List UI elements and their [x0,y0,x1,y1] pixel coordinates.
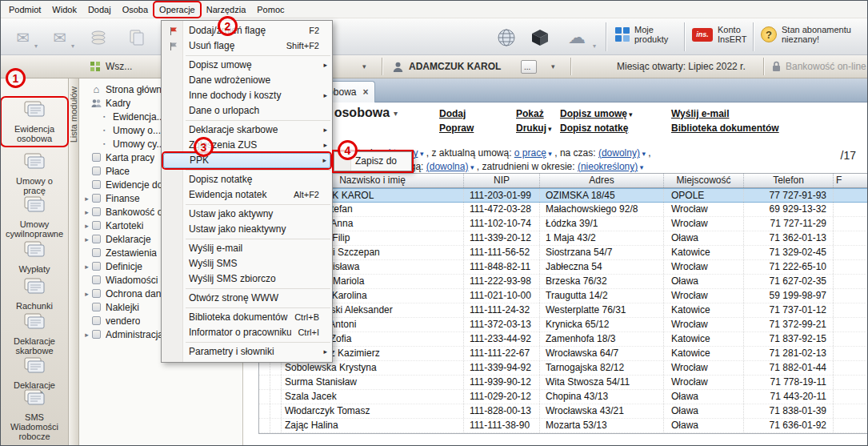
table-row[interactable]: Ostrowski Antoni111-372-03-13Krynicka 65… [259,318,868,332]
table-row[interactable]: Lewandowski Aleksander111-111-24-32Weste… [259,303,868,318]
column-header-telefon[interactable]: Telefon [744,174,834,187]
my-products-button[interactable]: Mojeprodukty [615,25,668,44]
person-more-button[interactable]: ... [521,55,537,78]
menubar-item-dodaj[interactable]: Dodaj [83,2,116,17]
menubar-item-narzędzia[interactable]: Narzędzia [202,2,251,17]
scope-selector[interactable]: Wsz... [90,55,132,78]
table-row[interactable]: Szala Jacek111-029-20-12Chopina 43/13Oła… [259,390,868,404]
filter-nieokreślony[interactable]: (nieokreślony) ▾ [578,161,643,172]
globe-icon[interactable] [490,22,522,52]
table-row[interactable]: Gajda Stanisława111-848-82-11Jabłeczna 5… [259,260,868,275]
table-row[interactable]: Pawliczak Zofia111-233-44-92Zamenhofa 18… [259,332,868,347]
action-biblioteka-dokumentów[interactable]: Biblioteka dokumentów [671,123,779,134]
table-row[interactable]: Domagalski Szczepan111-111-56-52Siostrza… [259,246,868,260]
menu-item-ppk[interactable]: PPK▸ [163,153,330,168]
module-ewidencja-osobowa[interactable]: Ewidencja osobowa [4,100,65,143]
menu-item-biblioteka-dokumentów[interactable]: Biblioteka dokumentówCtrl+B [163,310,330,325]
column-header-miejscowość[interactable]: Miejscowość [664,174,744,187]
menubar-item-pomoc[interactable]: Pomoc [252,2,289,17]
email-icon[interactable]: ✉▾ [44,22,76,52]
cell-f [834,189,868,202]
documents-icon[interactable] [121,22,153,52]
action-pokaż[interactable]: Pokaż [516,108,552,119]
send-message-icon[interactable]: ✉▾ [7,22,39,52]
online-banking-button[interactable]: Bankowość on-line [772,55,866,78]
menu-item-dopisz-umowę[interactable]: Dopisz umowę▸ [163,58,330,73]
menu-item-inne-dochody-i-koszty[interactable]: Inne dochody i koszty▸ [163,88,330,103]
module-sms-wiadomości-robocze[interactable]: SMS Wiadomości robocze [4,388,65,441]
menubar-item-podmiot[interactable]: Podmiot [4,2,46,17]
cloud-sync-icon[interactable]: ☁▾ [556,22,598,52]
table-row[interactable]: Cichowiec Anna111-102-10-74Łódzka 39/1Wr… [259,217,868,231]
doc-icon [91,262,102,271]
menu-item-dane-o-urlopach[interactable]: Dane o urlopach [163,103,330,119]
menu-item-usuń-flagę[interactable]: Usuń flagęShift+F2 [163,38,330,54]
insert-account-button[interactable]: ins. KontoInsERT [692,25,746,44]
menu-item-informator-o-pracowniku[interactable]: Informator o pracownikuCtrl+I [163,325,330,340]
annotation-step-3: 3 [194,137,214,157]
table-row[interactable]: Kowalczyk Mariola111-222-93-98Brzeska 76… [259,275,868,289]
table-row[interactable]: ADAMCZUK KAROL111-203-01-99OZIMSKA 18/45… [259,188,868,203]
table-row[interactable]: Dąbrowski Filip111-339-20-121 Maja 43/2O… [259,231,868,246]
column-header-f[interactable]: F [834,174,868,187]
menu-item-ewidencja-notatek[interactable]: Ewidencja notatekAlt+F2 [163,187,330,203]
menu-item-deklaracje-skarbowe[interactable]: Deklaracje skarbowe▸ [163,123,330,138]
subscription-label-line1: Stan abonamentu [782,25,851,34]
module-umowy-o-pracę[interactable]: Umowy o pracę [4,152,65,195]
person-dropdown[interactable]: ▾ [551,55,555,78]
person-selector[interactable]: ADAMCZUK KAROL [393,55,501,78]
module-rachunki[interactable]: Rachunki [4,277,65,311]
menu-item-label: Ustaw jako aktywny [189,207,319,222]
lock-icon [772,61,781,72]
table-row[interactable]: Sienkiewicz Kazimierz111-111-22-67Wrocła… [259,347,868,361]
menubar-item-operacje[interactable]: Operacje [154,2,200,17]
menu-item-ustaw-jako-aktywny[interactable]: Ustaw jako aktywny [163,207,330,222]
menubar-item-widok[interactable]: Widok [47,2,82,17]
cell-f [834,217,868,231]
table-row[interactable]: Sobolewska Krystyna111-339-94-92Tarnogaj… [259,361,868,376]
table-row[interactable]: Surma Stanisław111-939-90-12Wita Stwosza… [259,376,868,390]
filter-o-pracę[interactable]: o pracę ▾ [514,147,552,159]
cell-adres: Tarnogajska 82/12 [540,361,664,375]
cell-adres: Brzeska 76/32 [540,275,664,288]
tree-item-label: Strona główna [106,84,167,95]
module-umowy-cywilnoprawne[interactable]: Umowy cywilnoprawne [4,195,65,239]
table-row[interactable]: Zając Halina111-111-38-90Mozarta 53/13Oł… [259,419,868,433]
cell-nip: 111-472-03-28 [464,203,540,216]
module-wypłaty[interactable]: Wypłaty [4,240,65,274]
menu-item-dopisz-notatkę[interactable]: Dopisz notatkę [163,172,330,187]
menu-item-wyślij-sms-zbiorczo[interactable]: Wyślij SMS zbiorczo [163,271,330,287]
table-body: ADAMCZUK KAROL111-203-01-99OZIMSKA 18/45… [259,188,868,433]
close-icon[interactable]: × [363,86,369,98]
table-row[interactable]: Włodarczyk Tomasz111-828-00-13Wrocławska… [259,404,868,419]
action-dopisz-notatkę[interactable]: Dopisz notatkę [560,123,633,134]
filter-dowolny[interactable]: (dowolny) ▾ [598,147,646,159]
menu-item-wyślij-sms[interactable]: Wyślij SMS [163,256,330,271]
menu-item-parametry-i-słowniki[interactable]: Parametry i słowniki▸ [163,344,330,360]
column-header-adres[interactable]: Adres [540,174,664,187]
action-drukuj[interactable]: Drukuj▾ [516,123,552,134]
menu-item-dodaj-zmień-flagę[interactable]: Dodaj/zmień flagęF2 [163,23,330,38]
menu-item-wyślij-e-mail[interactable]: Wyślij e-mail [163,241,330,256]
menu-item-zgłoszenia-zus[interactable]: Zgłoszenia ZUS▸ [163,138,330,153]
subscription-status-button[interactable]: ? Stan abonamentunieznany! [761,25,851,44]
menu-item-otwórz-stronę-www[interactable]: Otwórz stronę WWW [163,291,330,306]
submenu-arrow-icon: ▸ [323,88,327,103]
action-dodaj[interactable]: Dodaj [439,108,474,119]
module-deklaracje-skarbowe[interactable]: Deklaracje skarbowe [4,312,65,356]
filter-dowolna[interactable]: (dowolna) ▾ [426,161,474,172]
action-wyślij-e-mail[interactable]: Wyślij e-mail [671,108,779,119]
column-header-nip[interactable]: NIP [464,174,540,187]
coins-icon[interactable] [82,22,114,52]
table-row[interactable]: Krajewska Karolina111-021-10-00Traugutta… [259,289,868,303]
action-dopisz-umowę[interactable]: Dopisz umowę▾ [560,108,633,119]
module-list-strip[interactable]: Lista modułów [69,78,79,445]
scope-dropdown[interactable]: ▾ [362,55,366,78]
menu-item-dane-wdrożeniowe[interactable]: Dane wdrożeniowe [163,73,330,88]
table-row[interactable]: Barański Stefan111-472-03-28Małachowskie… [259,203,868,217]
context-bar: Wsz... ▾ ADAMCZUK KAROL ... ▾ Miesiąc ot… [1,55,867,78]
action-popraw[interactable]: Popraw [439,123,474,134]
menubar-item-osoba[interactable]: Osoba [118,2,153,17]
menu-item-ustaw-jako-nieaktywny[interactable]: Ustaw jako nieaktywny [163,222,330,237]
cube-icon[interactable] [524,22,556,52]
